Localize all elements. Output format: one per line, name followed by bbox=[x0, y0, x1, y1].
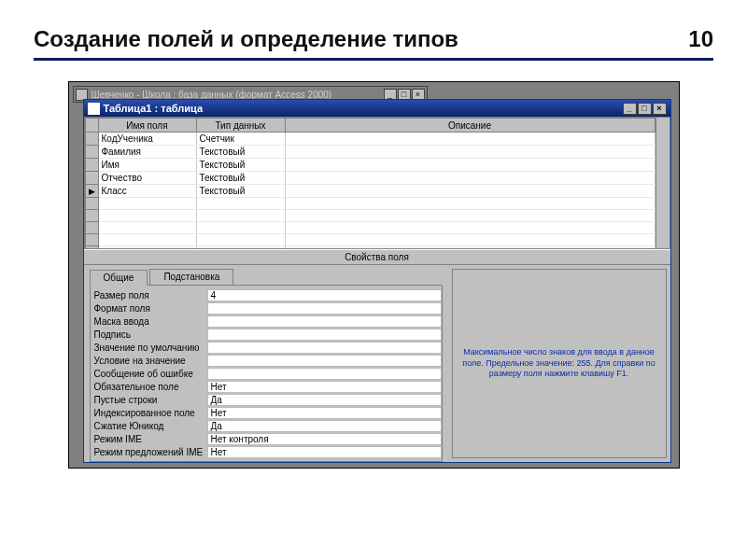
page-number: 10 bbox=[688, 26, 713, 52]
field-type-cell[interactable]: Текстовый bbox=[196, 185, 285, 198]
row-selector[interactable] bbox=[85, 198, 98, 210]
prop-value[interactable] bbox=[207, 302, 442, 315]
prop-row: Подпись bbox=[91, 328, 442, 341]
prop-value[interactable] bbox=[207, 342, 442, 354]
prop-value[interactable]: Да bbox=[207, 420, 442, 432]
prop-label: Режим IME bbox=[91, 434, 207, 444]
field-row bbox=[85, 210, 655, 222]
prop-value[interactable] bbox=[207, 368, 442, 380]
field-row: ОтчествоТекстовый bbox=[85, 172, 655, 185]
field-desc-cell[interactable] bbox=[285, 172, 655, 185]
prop-row: Режим предложений IMEНет bbox=[91, 445, 442, 458]
col-name-header[interactable]: Имя поля bbox=[98, 119, 196, 133]
prop-label: Значение по умолчанию bbox=[91, 343, 207, 353]
prop-row: Сжатие ЮникодДа bbox=[91, 419, 442, 432]
prop-value[interactable]: Нет контроля bbox=[207, 433, 442, 445]
prop-label: Формат поля bbox=[91, 303, 207, 314]
properties-panel: Размер поля4 Формат поля Маска ввода Под… bbox=[90, 285, 443, 462]
field-type-cell[interactable]: Счетчик bbox=[196, 133, 285, 146]
field-row: ▶КлассТекстовый bbox=[85, 185, 655, 198]
row-selector[interactable] bbox=[85, 133, 98, 146]
prop-value[interactable]: Нет bbox=[207, 407, 442, 419]
tab-general[interactable]: Общие bbox=[90, 270, 148, 286]
field-desc-cell[interactable] bbox=[285, 133, 655, 146]
page-title: Создание полей и определение типов bbox=[34, 26, 458, 52]
prop-value[interactable] bbox=[207, 329, 442, 341]
tab-lookup[interactable]: Подстановка bbox=[149, 269, 233, 285]
field-type-cell[interactable]: Текстовый bbox=[196, 146, 285, 159]
field-row: КодУченикаСчетчик bbox=[85, 133, 655, 146]
field-row bbox=[85, 222, 655, 234]
row-selector[interactable] bbox=[85, 159, 98, 172]
prop-label: Пустые строки bbox=[91, 395, 207, 405]
field-row bbox=[85, 198, 655, 210]
field-desc-cell[interactable] bbox=[285, 185, 655, 198]
fields-grid[interactable]: Имя поля Тип данных Описание КодУченикаС… bbox=[85, 118, 655, 249]
field-type-cell[interactable]: Текстовый bbox=[196, 172, 285, 185]
prop-row: Формат поля bbox=[91, 301, 442, 315]
prop-label: Размер поля bbox=[91, 290, 207, 301]
prop-row: Значение по умолчанию bbox=[91, 341, 442, 354]
prop-label: Обязательное поле bbox=[91, 382, 207, 392]
prop-row: Режим IMEНет контроля bbox=[91, 432, 442, 445]
col-type-header[interactable]: Тип данных bbox=[196, 119, 285, 133]
row-selector[interactable] bbox=[85, 234, 98, 246]
prop-row: Размер поля4 bbox=[91, 288, 442, 301]
field-desc-cell[interactable] bbox=[285, 159, 655, 172]
field-name-cell[interactable]: Имя bbox=[98, 159, 196, 172]
prop-label: Подпись bbox=[91, 329, 207, 340]
prop-value[interactable]: 4 bbox=[207, 289, 442, 301]
prop-value[interactable] bbox=[207, 315, 442, 328]
row-selector-header bbox=[85, 119, 98, 133]
col-desc-header[interactable]: Описание bbox=[285, 119, 655, 133]
field-row bbox=[85, 234, 655, 246]
vertical-scrollbar[interactable] bbox=[655, 118, 669, 249]
field-name-cell[interactable]: Фамилия bbox=[98, 146, 196, 159]
prop-value[interactable]: Нет bbox=[207, 381, 442, 393]
prop-row: Индексированное полеНет bbox=[91, 406, 442, 419]
prop-row: Маска ввода bbox=[91, 315, 442, 328]
prop-label: Сжатие Юникод bbox=[91, 421, 207, 431]
prop-row: Пустые строкиДа bbox=[91, 393, 442, 406]
prop-label: Условие на значение bbox=[91, 356, 207, 366]
window-title: Таблица1 : таблица bbox=[104, 103, 204, 114]
prop-value[interactable]: Да bbox=[207, 394, 442, 406]
row-selector[interactable] bbox=[85, 146, 98, 159]
field-name-cell[interactable]: Отчество bbox=[98, 172, 196, 185]
row-selector[interactable] bbox=[85, 172, 98, 185]
prop-row: Обязательное полеНет bbox=[91, 380, 442, 393]
prop-row: Условие на значение bbox=[91, 354, 442, 367]
prop-label: Режим предложений IME bbox=[91, 447, 207, 457]
properties-caption: Свойства поля bbox=[84, 249, 670, 264]
table-icon bbox=[88, 103, 100, 115]
field-type-cell[interactable]: Текстовый bbox=[196, 159, 285, 172]
close-button[interactable]: × bbox=[653, 103, 667, 115]
database-window-title: Шевченко - Школа : база данных (формат A… bbox=[92, 90, 332, 100]
prop-row: Сообщение об ошибке bbox=[91, 367, 442, 380]
hint-text: Максимальное число знаков для ввода в да… bbox=[462, 347, 656, 380]
prop-label: Индексированное поле bbox=[91, 408, 207, 418]
field-name-cell[interactable]: КодУченика bbox=[98, 133, 196, 146]
row-selector[interactable]: ▶ bbox=[85, 185, 98, 198]
field-desc-cell[interactable] bbox=[285, 146, 655, 159]
field-name-cell[interactable]: Класс bbox=[98, 185, 196, 198]
table-design-window: Таблица1 : таблица _ □ × bbox=[83, 99, 671, 463]
minimize-button[interactable]: _ bbox=[623, 103, 637, 115]
screenshot-region: Шевченко - Школа : база данных (формат A… bbox=[68, 81, 680, 469]
prop-label: Сообщение об ошибке bbox=[91, 369, 207, 379]
prop-value[interactable] bbox=[207, 355, 442, 367]
row-selector[interactable] bbox=[85, 222, 98, 234]
field-row: ФамилияТекстовый bbox=[85, 146, 655, 159]
maximize-button[interactable]: □ bbox=[638, 103, 652, 115]
field-row: ИмяТекстовый bbox=[85, 159, 655, 172]
row-selector[interactable] bbox=[85, 210, 98, 222]
prop-label: Маска ввода bbox=[91, 316, 207, 327]
prop-value[interactable]: Нет bbox=[207, 446, 442, 458]
